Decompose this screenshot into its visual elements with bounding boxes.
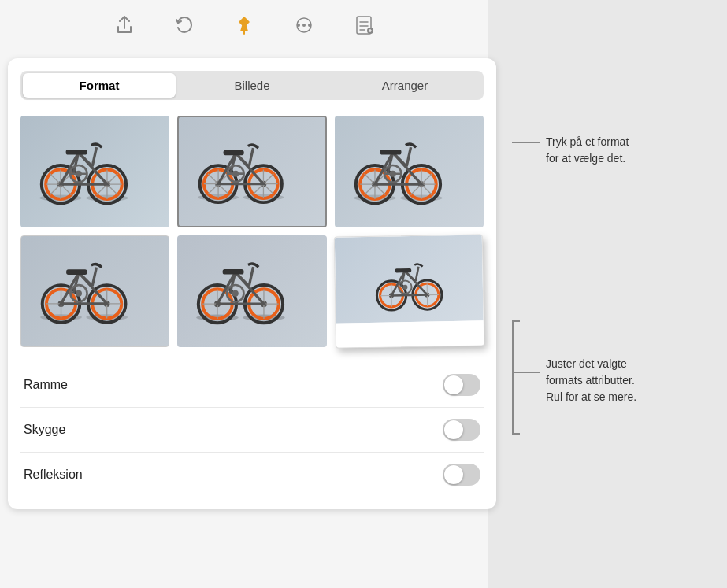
svg-rect-135: [395, 268, 411, 273]
svg-rect-118: [223, 269, 244, 275]
svg-point-102: [76, 290, 82, 297]
bracket-top-tick: [512, 320, 520, 322]
skygge-toggle[interactable]: [443, 419, 480, 441]
image-style-6[interactable]: [333, 234, 484, 348]
toolbar: [0, 0, 488, 50]
share-button[interactable]: [110, 11, 139, 39]
tab-billede[interactable]: Billede: [176, 73, 328, 98]
image-style-4[interactable]: [20, 235, 169, 347]
annotation-top-line2: for at vælge det.: [546, 150, 629, 167]
bracket-line: [512, 320, 514, 435]
ramme-row: Ramme: [20, 363, 484, 408]
document-button[interactable]: [350, 11, 378, 39]
refleksion-knob: [444, 465, 463, 484]
bracket-mid-line: [512, 372, 540, 373]
ramme-knob: [444, 375, 463, 394]
annotation-top: Tryk på et format for at vælge det.: [546, 134, 629, 167]
svg-rect-79: [380, 150, 401, 155]
svg-point-2: [302, 24, 306, 27]
svg-line-119: [250, 267, 254, 286]
format-panel: Format Billede Arranger: [8, 58, 496, 509]
tab-format[interactable]: Format: [23, 73, 176, 98]
skygge-label: Skygge: [24, 423, 65, 437]
svg-line-100: [92, 268, 96, 287]
refleksion-toggle[interactable]: [443, 464, 480, 486]
svg-rect-55: [224, 150, 244, 156]
svg-point-121: [232, 290, 239, 297]
svg-line-56: [250, 148, 254, 166]
svg-line-32: [92, 147, 96, 166]
image-style-1[interactable]: [20, 116, 169, 227]
refleksion-row: Refleksion: [20, 453, 484, 497]
svg-rect-99: [66, 269, 87, 275]
image-style-2[interactable]: [177, 116, 326, 227]
svg-line-136: [415, 267, 418, 282]
left-panel: Format Billede Arranger: [0, 0, 488, 588]
bracket-bottom-tick: [512, 433, 520, 435]
annotation-bottom-line3: Rul for at se mere.: [546, 389, 636, 405]
more-button[interactable]: [290, 11, 318, 39]
skygge-knob: [444, 420, 463, 439]
refleksion-label: Refleksion: [24, 468, 83, 482]
undo-button[interactable]: [170, 11, 198, 39]
skygge-row: Skygge: [20, 408, 484, 453]
tab-bar: Format Billede Arranger: [20, 71, 484, 100]
image-style-grid: [20, 116, 484, 347]
annotation-bottom-line2: formats attributter.: [546, 372, 636, 389]
ramme-label: Ramme: [24, 378, 68, 392]
ramme-toggle[interactable]: [443, 374, 480, 396]
tab-arranger[interactable]: Arranger: [328, 73, 481, 98]
callout-line-top: [512, 142, 540, 143]
image-style-5[interactable]: [177, 235, 326, 347]
app-container: Format Billede Arranger: [0, 0, 727, 588]
svg-rect-31: [66, 150, 87, 155]
annotation-bottom-line1: Juster det valgte: [546, 356, 636, 372]
pin-button[interactable]: [230, 11, 258, 39]
svg-line-80: [406, 147, 410, 166]
image-style-3[interactable]: [335, 116, 484, 227]
right-panel: Tryk på et format for at vælge det. Just…: [488, 0, 727, 588]
annotation-bottom: Juster det valgte formats attributter. R…: [546, 356, 636, 405]
annotation-top-line1: Tryk på et format: [546, 134, 629, 150]
